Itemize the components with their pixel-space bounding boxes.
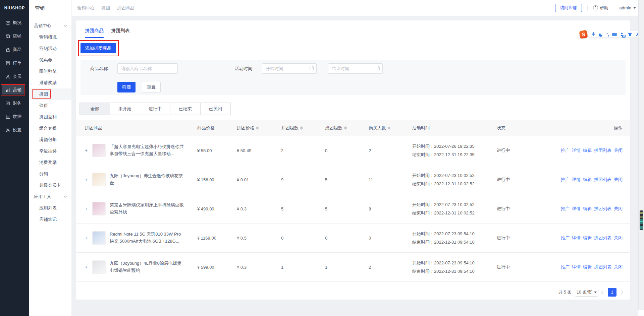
action-detail-link[interactable]: 详情: [572, 235, 581, 241]
expand-row-control[interactable]: +: [85, 177, 88, 182]
tab[interactable]: 拼团商品: [85, 28, 104, 38]
scrollbar-thumb[interactable]: [640, 210, 643, 230]
skin-icon[interactable]: [628, 32, 632, 37]
submenu-item[interactable]: 限时秒杀: [29, 66, 71, 77]
sidebar-item[interactable]: 营销: [0, 83, 29, 97]
tab[interactable]: 拼团列表: [111, 28, 130, 38]
submenu-item[interactable]: 应用列表: [29, 202, 71, 214]
action-detail-link[interactable]: 详情: [572, 177, 581, 183]
product-name-input[interactable]: [117, 63, 178, 74]
buyers-cell: 11: [369, 177, 412, 182]
sidebar-item[interactable]: 概况: [0, 16, 29, 29]
submenu-item[interactable]: 幸运抽奖: [29, 145, 71, 157]
submenu-item[interactable]: 拼团返利: [29, 111, 71, 123]
sort-carets-icon[interactable]: [344, 126, 347, 130]
submenu-item[interactable]: 营销概况: [29, 31, 71, 43]
submenu-item[interactable]: 优惠券: [29, 54, 71, 66]
sidebar-item[interactable]: 商品: [0, 43, 29, 56]
filter-submit-button[interactable]: 筛选: [117, 82, 136, 92]
sidebar-item[interactable]: 财务: [0, 97, 29, 110]
action-group-list-link[interactable]: 拼团列表: [594, 147, 611, 153]
action-group-list-link[interactable]: 拼团列表: [594, 264, 611, 270]
current-page-button[interactable]: 1: [608, 288, 616, 297]
submenu-item[interactable]: 店铺笔记: [29, 214, 71, 225]
expand-row-control[interactable]: +: [85, 235, 88, 241]
sidebar-item[interactable]: 设置: [0, 123, 29, 137]
action-edit-link[interactable]: 编辑: [583, 264, 592, 270]
submenu-item[interactable]: 营销中心: [29, 20, 71, 31]
sidebar-item-label: 数据: [13, 114, 21, 120]
status-tab[interactable]: 已关闭: [200, 103, 231, 115]
secondary-sidebar: 营销 营销中心 营销概况 营销活动: [29, 0, 72, 316]
action-detail-link[interactable]: 详情: [572, 147, 581, 153]
breadcrumb-item[interactable]: 拼团: [101, 5, 110, 11]
action-group-list-link[interactable]: 拼团列表: [594, 235, 611, 241]
action-promote-link[interactable]: 推广: [561, 147, 570, 153]
submenu-item[interactable]: 砍价: [29, 100, 71, 111]
action-edit-link[interactable]: 编辑: [583, 235, 592, 241]
sidebar-item[interactable]: 订单: [0, 56, 29, 70]
expand-row-control[interactable]: +: [85, 206, 88, 211]
action-close-link[interactable]: 关闭: [614, 147, 623, 153]
vertical-scrollbar[interactable]: [638, 0, 644, 316]
action-promote-link[interactable]: 推广: [561, 177, 570, 183]
submenu-item[interactable]: 超级会员卡: [29, 180, 71, 191]
submenu-item[interactable]: 应用工具: [29, 191, 71, 202]
action-close-link[interactable]: 关闭: [614, 264, 623, 270]
action-close-link[interactable]: 关闭: [614, 177, 623, 183]
status-tab[interactable]: 进行中: [140, 103, 170, 115]
user-count-icon[interactable]: 16: [620, 32, 625, 37]
keyboard-icon[interactable]: [612, 32, 617, 37]
submenu-item[interactable]: 消费奖励: [29, 157, 71, 168]
submenu-item[interactable]: 满额包邮: [29, 134, 71, 145]
filter-reset-button[interactable]: 重置: [142, 82, 161, 92]
action-group-list-link[interactable]: 拼团列表: [594, 206, 611, 212]
add-groupbuy-product-button[interactable]: 添加拼团商品: [80, 43, 116, 53]
submenu-item[interactable]: 分销: [29, 168, 71, 180]
expand-row-control[interactable]: +: [85, 148, 88, 153]
sort-carets-icon[interactable]: [300, 126, 303, 130]
moon-icon[interactable]: [599, 32, 603, 37]
start-time-input[interactable]: [262, 63, 317, 74]
page-size-select[interactable]: 10 条/页: [575, 288, 598, 297]
sort-carets-icon[interactable]: [256, 126, 259, 130]
status-tab[interactable]: 已结束: [170, 103, 201, 115]
punctuation-icon[interactable]: °,: [606, 32, 609, 37]
end-time-input[interactable]: [328, 63, 383, 74]
action-close-link[interactable]: 关闭: [614, 235, 623, 241]
table-header: 拼团商品 商品价格 拼团价格 开团组数: [76, 120, 630, 136]
table-row: + 莱克吉米除螨仪家用床上手持除螨虫吸尘紫外线 ¥ 499.00 ¥ 0.3 5…: [76, 194, 630, 224]
status-tab[interactable]: 未开始: [110, 103, 140, 115]
user-menu[interactable]: admin: [620, 5, 636, 10]
next-page-button[interactable]: [619, 290, 623, 294]
sidebar-item[interactable]: 会员: [0, 70, 29, 83]
product-price-cell: ¥ 1169.00: [197, 236, 237, 241]
expand-row-control[interactable]: +: [85, 264, 88, 270]
visit-shop-button[interactable]: 访问店铺: [555, 4, 582, 12]
group-price-cell: ¥ 0.5: [237, 236, 281, 241]
action-promote-link[interactable]: 推广: [561, 206, 570, 212]
submenu-title: 营销: [29, 0, 71, 16]
action-promote-link[interactable]: 推广: [561, 235, 570, 241]
prev-page-button[interactable]: [601, 290, 605, 294]
action-promote-link[interactable]: 推广: [561, 264, 570, 270]
submenu-item[interactable]: 拼团: [29, 88, 71, 100]
breadcrumb-item[interactable]: 营销中心: [77, 5, 95, 11]
action-edit-link[interactable]: 编辑: [583, 206, 592, 212]
action-group-list-link[interactable]: 拼团列表: [594, 177, 611, 183]
action-edit-link[interactable]: 编辑: [583, 177, 592, 183]
action-close-link[interactable]: 关闭: [614, 206, 623, 212]
submenu-item[interactable]: 组合套餐: [29, 123, 71, 134]
action-detail-link[interactable]: 详情: [572, 264, 581, 270]
action-detail-link[interactable]: 详情: [572, 206, 581, 212]
submenu-item[interactable]: 邀请奖励: [29, 77, 71, 88]
help-menu[interactable]: ? 帮助: [593, 5, 608, 11]
submenu-item[interactable]: 营销活动: [29, 43, 71, 54]
sort-carets-icon[interactable]: [388, 126, 390, 130]
sogou-logo-icon[interactable]: S: [579, 30, 588, 39]
sidebar-item[interactable]: 数据: [0, 110, 29, 123]
sidebar-item[interactable]: 店铺: [0, 29, 29, 43]
chinese-mode-icon[interactable]: 中: [592, 31, 596, 37]
status-tab[interactable]: 全部: [79, 103, 110, 115]
action-edit-link[interactable]: 编辑: [583, 147, 592, 153]
